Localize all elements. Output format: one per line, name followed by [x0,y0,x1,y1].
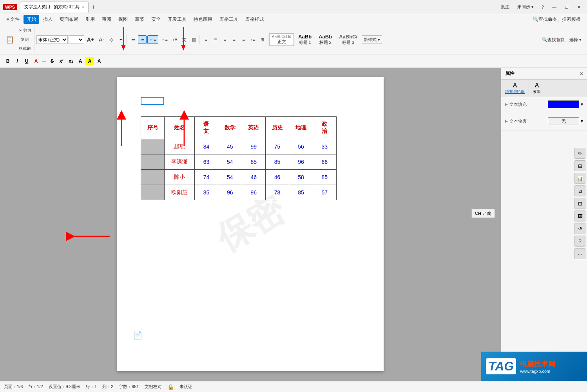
font-style-btn[interactable]: ✦ [116,35,125,44]
align-right-btn[interactable]: ≡ [221,35,229,44]
font-grow-btn[interactable]: A+ [85,35,96,44]
style-heading1-chip[interactable]: AaBb 标题 1 [295,33,314,47]
copy-btn[interactable]: 复制 [17,35,33,44]
text-fill-label: ▶ 文本填充 [505,102,527,107]
cell-num: 57 [313,185,336,200]
underline-btn[interactable]: U [22,57,31,65]
effects-tab[interactable]: A 效果 [529,80,545,97]
menu-table-style[interactable]: 表格样式 [242,15,267,24]
italic-btn[interactable]: I [13,57,22,65]
cell-seq [141,170,165,185]
sidebar-chart-icon[interactable]: 📊 [574,173,585,184]
sidebar-edit-icon[interactable]: ✏ [574,148,585,159]
menu-insert[interactable]: 插入 [40,15,56,24]
clear-format-btn[interactable]: A [95,57,103,65]
sort-btn[interactable]: ↕A [170,35,179,44]
maximize-btn[interactable]: □ [562,2,571,12]
col-header-geo: 地理 [289,117,313,139]
indent-decrease-btn[interactable]: ←≡ [147,35,158,44]
menu-chapter[interactable]: 章节 [132,15,147,24]
format-painter-btn[interactable]: 格式刷 [17,44,33,53]
text-fill-dropdown[interactable]: ▾ [581,102,583,107]
cut-btn[interactable]: ✂ 剪切 [17,26,33,35]
sidebar-format-icon[interactable]: ⊡ [574,198,585,209]
ch-simple-toggle[interactable]: CH ⇌ 简 [471,209,495,218]
menu-search[interactable]: 🔍查找命令、搜索模板 [529,15,584,24]
font-size-select[interactable] [69,35,84,44]
align-center-btn[interactable]: ☰ [211,35,220,44]
subscript-btn[interactable]: x₂ [67,57,75,65]
superscript-btn[interactable]: x² [57,57,66,65]
menu-start[interactable]: 开始 [24,15,39,24]
comments-btn[interactable]: 批注 [498,3,512,11]
font-name-select[interactable]: 宋体 (正文) [36,35,68,44]
sync-btn[interactable]: 未同步 ▾ [515,3,536,11]
strikethrough-btn[interactable]: S [48,57,56,65]
style-normal-chip[interactable]: AaBbCcDd 正文 [269,33,294,46]
align-left-btn[interactable]: ≡ [202,35,210,44]
text-outline-dropdown[interactable]: ▾ [581,118,583,124]
menu-table-tools[interactable]: 表格工具 [216,15,241,24]
bold-btn[interactable]: B [4,57,12,65]
menu-dev[interactable]: 开发工具 [165,15,190,24]
data-table: 序号 姓名 语文 数学 英语 历史 地理 政治 赵项844599755633李潇… [141,116,337,200]
columns-btn[interactable]: ▦ [190,35,198,44]
text-fill-color-swatch[interactable] [548,100,579,108]
new-style-btn[interactable]: 新样式 ▾ [362,35,382,44]
indent-increase-btn[interactable]: →≡ [159,35,170,44]
find-replace-btn[interactable]: 🔍查找替换 [540,35,567,44]
col-header-math: 数学 [218,117,242,139]
cell-name: 陈小 [165,170,195,185]
phonetic-btn[interactable]: ◇ [107,35,116,44]
style-heading2-chip[interactable]: AaBb 标题 2 [316,33,335,47]
menu-security[interactable]: 安全 [148,15,164,24]
font-shrink-btn[interactable]: A- [97,35,106,44]
borders-btn[interactable]: ⊞ [258,35,267,44]
line-spacing-btn[interactable]: ↕≡ [249,35,257,44]
numbering-btn[interactable]: ≔ [138,35,147,44]
status-docstatus[interactable]: 文档校对 [145,384,162,390]
new-tab-btn[interactable]: + [90,4,97,11]
text-outline-value[interactable]: 无 [548,117,579,125]
styles-area: AaBbCcDd 正文 AaBb 标题 1 AaBb 标题 2 AaBbCi 标… [269,33,538,47]
sidebar-filter-icon[interactable]: ⊿ [574,185,585,196]
font-color-btn[interactable]: A [76,57,85,65]
paste-btn[interactable]: 📋 [4,35,16,44]
sidebar-image-icon[interactable]: 🖼 [574,211,585,221]
sidebar-info-icon[interactable]: ? [574,236,585,247]
active-tab[interactable]: 文字是人类用...的方式和工具 × [20,2,89,13]
help-btn[interactable]: ? [539,4,546,10]
menu-file[interactable]: ≡ 文件 [3,15,23,24]
menu-references[interactable]: 引用 [82,15,98,24]
wps-logo: WPS [3,4,17,10]
panel-close-btn[interactable]: × [580,71,583,77]
justify-btn[interactable]: ≡ [230,35,239,44]
menu-pagelayout[interactable]: 页面布局 [56,15,82,24]
menu-review[interactable]: 审阅 [99,15,114,24]
clipboard-group: 📋 ✂ 剪切 复制 格式刷 [2,26,34,53]
sidebar-table-icon[interactable]: ⊞ [574,160,585,171]
text-outline-arrow[interactable]: ▶ [505,119,508,123]
color-btn[interactable]: A [32,57,40,65]
sidebar-refresh-icon[interactable]: ↺ [574,223,585,234]
tab-title: 文字是人类用...的方式和工具 [24,4,80,10]
sidebar-more-icon[interactable]: ··· [574,248,585,259]
select-btn[interactable]: 选择 ▾ [567,35,583,44]
statusbar: 页面：1/6 节：1/2 设置值：9.8厘米 行：1 列：2 字数：951 文档… [0,381,587,392]
highlight-btn[interactable]: A [85,57,94,65]
minimize-btn[interactable]: — [549,2,559,12]
menubar: ≡ 文件 开始 插入 页面布局 引用 审阅 视图 章节 安全 开发工具 特色应用… [0,14,587,25]
menu-features[interactable]: 特色应用 [190,15,216,24]
style-heading3-chip[interactable]: AaBbCi 标题 3 [336,33,360,47]
text-fill-arrow[interactable]: ▶ [505,102,508,106]
chinese-layout-btn[interactable]: 文 [180,35,189,44]
close-btn[interactable]: × [574,2,584,12]
fill-outline-tab[interactable]: A 填充与轮廓 [501,80,529,97]
properties-title: 属性 [505,70,515,77]
distributed-btn[interactable]: ≡ [239,35,248,44]
bullets-btn[interactable]: ≔ [129,35,137,44]
menu-view[interactable]: 视图 [115,15,131,24]
cell-num: 96 [289,154,313,170]
tab-close-btn[interactable]: × [82,5,84,9]
doc-area[interactable]: 保密 序号 姓名 语文 数学 英语 历史 地理 政治 [0,68,501,392]
